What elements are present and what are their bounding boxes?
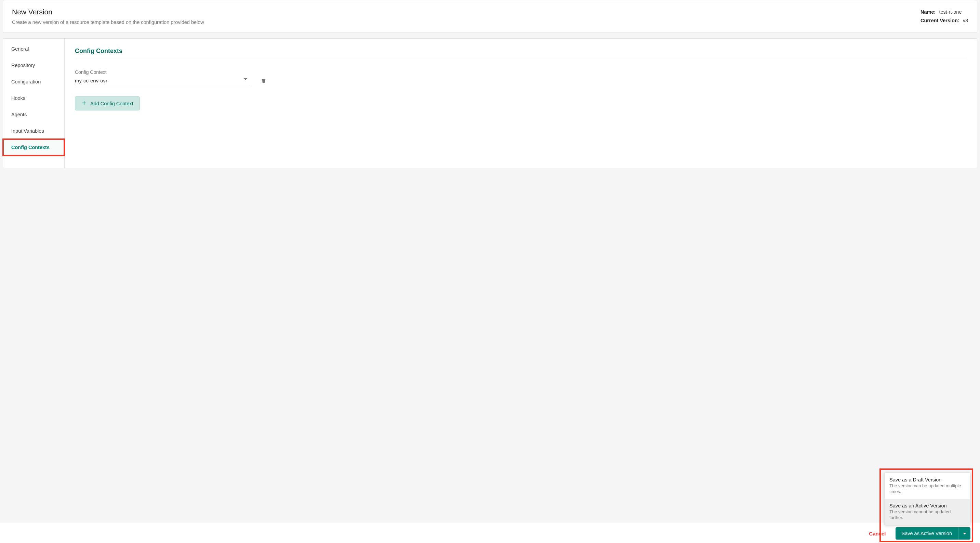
page-title: New Version [12, 8, 204, 16]
sidebar-item-hooks[interactable]: Hooks [3, 90, 64, 106]
sidebar-item-input-variables[interactable]: Input Variables [3, 123, 64, 139]
name-label: Name: [921, 8, 935, 16]
version-label: Current Version: [921, 16, 959, 25]
sidebar-item-configuration[interactable]: Configuration [3, 73, 64, 90]
config-context-label: Config Context [75, 69, 967, 75]
sidebar-item-general[interactable]: General [3, 41, 64, 57]
header-card: New Version Create a new version of a re… [3, 0, 977, 33]
page-subtitle: Create a new version of a resource templ… [12, 19, 204, 25]
trash-icon [261, 80, 266, 85]
config-context-select[interactable]: my-cc-env-ovr [75, 78, 249, 85]
main-card: General Repository Configuration Hooks A… [3, 38, 977, 168]
sidebar-item-config-contexts[interactable]: Config Contexts [3, 139, 64, 156]
content-heading: Config Contexts [75, 48, 967, 55]
version-value: v3 [963, 18, 968, 23]
sidebar-item-repository[interactable]: Repository [3, 57, 64, 73]
name-value: test-rt-one [939, 9, 961, 15]
delete-config-context-button[interactable] [259, 76, 268, 86]
content-area: Config Contexts Config Context my-cc-env… [65, 39, 977, 168]
config-context-selected-value: my-cc-env-ovr [75, 78, 249, 83]
add-config-context-label: Add Config Context [90, 101, 134, 106]
chevron-down-icon [244, 78, 247, 80]
sidebar-item-agents[interactable]: Agents [3, 106, 64, 123]
header-meta: Name: test-rt-one Current Version: v3 [921, 8, 968, 25]
plus-icon [81, 100, 87, 107]
add-config-context-button[interactable]: Add Config Context [75, 96, 140, 110]
sidebar: General Repository Configuration Hooks A… [3, 39, 65, 168]
